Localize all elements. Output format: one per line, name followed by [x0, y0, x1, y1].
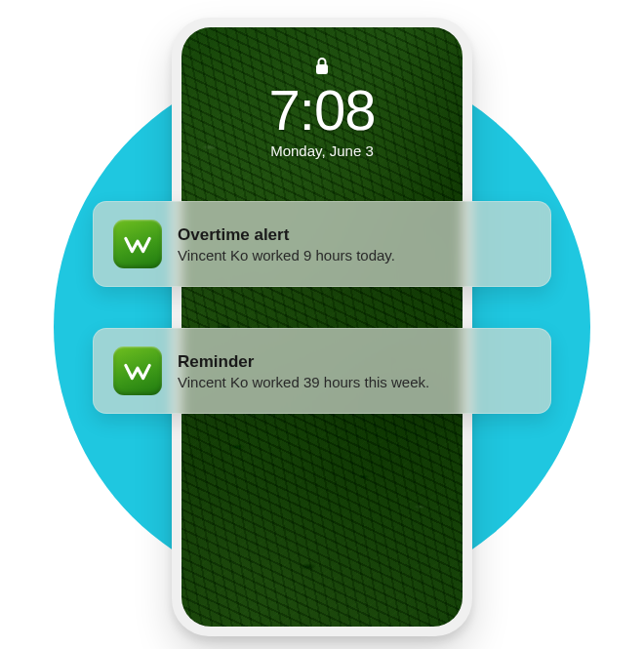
svg-rect-0 — [316, 64, 328, 74]
notification-body: Overtime alert Vincent Ko worked 9 hours… — [178, 225, 531, 264]
notification-stack: Overtime alert Vincent Ko worked 9 hours… — [93, 201, 551, 414]
lockscreen-header: 7:08 Monday, June 3 — [269, 57, 376, 159]
notification-card[interactable]: Reminder Vincent Ko worked 39 hours this… — [93, 328, 551, 414]
clock-date: Monday, June 3 — [270, 142, 374, 159]
app-logo-icon — [123, 229, 152, 259]
app-icon — [113, 346, 162, 395]
clock-time: 7:08 — [269, 82, 376, 139]
notification-title: Reminder — [178, 352, 531, 372]
notification-card[interactable]: Overtime alert Vincent Ko worked 9 hours… — [93, 201, 551, 287]
notification-body: Reminder Vincent Ko worked 39 hours this… — [178, 352, 531, 390]
app-logo-icon — [123, 356, 152, 385]
lock-icon — [314, 57, 330, 76]
scene: 7:08 Monday, June 3 Overtime alert Vince… — [0, 0, 644, 649]
notification-message: Vincent Ko worked 39 hours this week. — [178, 374, 531, 390]
app-icon — [113, 220, 162, 268]
notification-title: Overtime alert — [178, 225, 531, 245]
notification-message: Vincent Ko worked 9 hours today. — [178, 247, 531, 264]
